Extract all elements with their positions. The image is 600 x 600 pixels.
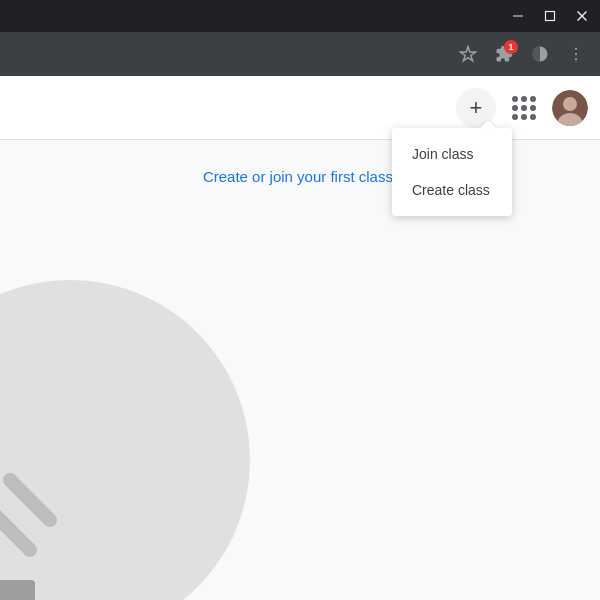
background-illustration [0, 240, 260, 600]
extension-badge: 1 [504, 40, 518, 54]
svg-point-5 [575, 48, 577, 50]
maximize-button[interactable] [536, 2, 564, 30]
extension-btn[interactable]: 1 [488, 38, 520, 70]
browser-toolbar: 1 [0, 32, 600, 76]
svg-point-6 [575, 53, 577, 55]
dropdown-menu: Join class Create class [392, 128, 512, 216]
minimize-button[interactable] [504, 2, 532, 30]
svg-point-7 [575, 58, 577, 60]
svg-rect-1 [546, 12, 555, 21]
empty-state-text: Create or join your first class! [203, 168, 397, 185]
svg-point-11 [0, 280, 250, 600]
apps-button[interactable] [504, 88, 544, 128]
join-class-menu-item[interactable]: Join class [392, 136, 512, 172]
svg-point-9 [563, 97, 577, 111]
user-avatar-button[interactable] [552, 90, 588, 126]
title-bar [0, 0, 600, 32]
theme-btn[interactable] [524, 38, 556, 70]
svg-rect-0 [513, 16, 523, 17]
app-bar: + Join class Create class [0, 76, 600, 140]
bookmark-icon-btn[interactable] [452, 38, 484, 70]
browser-menu-btn[interactable] [560, 38, 592, 70]
close-button[interactable] [568, 2, 596, 30]
svg-rect-14 [0, 580, 35, 600]
create-class-menu-item[interactable]: Create class [392, 172, 512, 208]
title-bar-controls [504, 2, 596, 30]
grid-icon [512, 96, 536, 120]
